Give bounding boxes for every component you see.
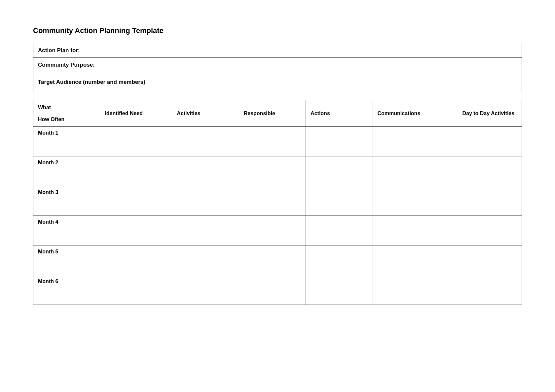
data-cell	[172, 186, 239, 216]
data-cell	[100, 275, 172, 305]
table-row: Month 2	[33, 156, 522, 186]
month-label-cell: Month 5	[33, 245, 100, 275]
col-header-what: What How Often	[33, 100, 100, 127]
data-cell	[172, 127, 239, 156]
data-cell	[455, 127, 522, 156]
month-label-cell: Month 3	[33, 186, 100, 216]
data-cell	[306, 275, 373, 305]
data-cell	[373, 156, 455, 186]
page-title: Community Action Planning Template	[33, 26, 522, 35]
data-cell	[172, 156, 239, 186]
col-header-day-to-day: Day to Day Activities	[455, 100, 522, 127]
data-cell	[172, 275, 239, 305]
month-label: Month 1	[38, 130, 58, 136]
data-cell	[306, 127, 373, 156]
data-cell	[455, 216, 522, 245]
data-cell	[100, 127, 172, 156]
data-cell	[100, 245, 172, 275]
month-label: Month 6	[38, 278, 58, 284]
month-label-cell: Month 2	[33, 156, 100, 186]
info-table: Action Plan for: Community Purpose: Targ…	[33, 43, 522, 92]
data-cell	[306, 245, 373, 275]
data-cell	[172, 245, 239, 275]
data-cell	[373, 216, 455, 245]
data-cell	[239, 156, 306, 186]
data-cell	[455, 245, 522, 275]
table-row: Month 4	[33, 216, 522, 245]
main-planning-table: What How Often Identified Need Activitie…	[33, 100, 522, 305]
data-cell	[239, 245, 306, 275]
data-cell	[100, 216, 172, 245]
data-cell	[239, 127, 306, 156]
target-audience-label: Target Audience (number and members)	[33, 72, 522, 92]
month-label: Month 3	[38, 189, 58, 195]
data-cell	[239, 275, 306, 305]
community-purpose-label: Community Purpose:	[33, 58, 522, 72]
month-label: Month 4	[38, 219, 58, 225]
data-cell	[239, 186, 306, 216]
month-label: Month 5	[38, 249, 58, 254]
month-label-cell: Month 4	[33, 216, 100, 245]
month-label: Month 2	[38, 160, 58, 165]
data-cell	[455, 186, 522, 216]
table-row: Month 1	[33, 127, 522, 156]
table-row: Month 5	[33, 245, 522, 275]
month-label-cell: Month 1	[33, 127, 100, 156]
data-cell	[306, 216, 373, 245]
col-header-identified-need: Identified Need	[100, 100, 172, 127]
month-label-cell: Month 6	[33, 275, 100, 305]
table-row: Month 3	[33, 186, 522, 216]
data-cell	[306, 156, 373, 186]
data-cell	[373, 275, 455, 305]
col-header-communications: Communications	[373, 100, 455, 127]
data-cell	[172, 216, 239, 245]
data-cell	[455, 275, 522, 305]
data-cell	[373, 127, 455, 156]
data-cell	[306, 186, 373, 216]
data-cell	[239, 216, 306, 245]
data-cell	[100, 186, 172, 216]
data-cell	[373, 245, 455, 275]
col-header-actions: Actions	[306, 100, 373, 127]
action-plan-label: Action Plan for:	[33, 43, 522, 58]
col-header-responsible: Responsible	[239, 100, 306, 127]
table-row: Month 6	[33, 275, 522, 305]
data-cell	[455, 156, 522, 186]
col-header-activities: Activities	[172, 100, 239, 127]
data-cell	[373, 186, 455, 216]
data-cell	[100, 156, 172, 186]
